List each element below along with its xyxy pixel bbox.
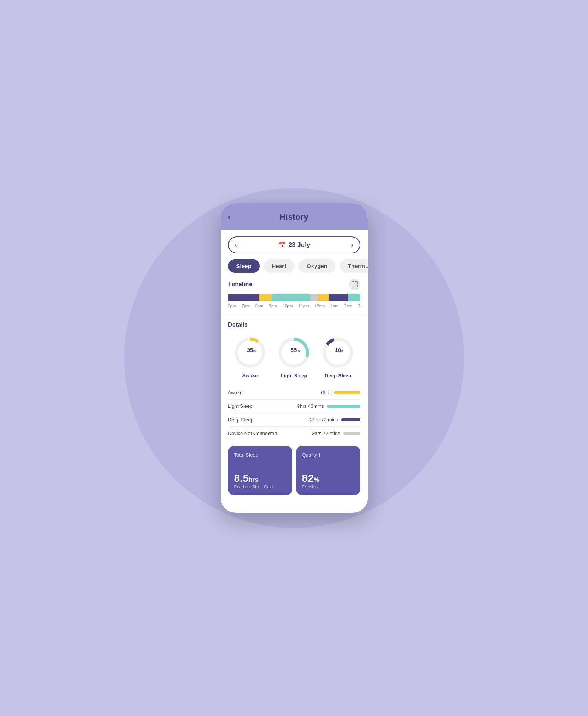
- calendar-icon: 📅: [278, 241, 286, 248]
- total-sleep-title: Total Sleep: [234, 452, 286, 458]
- stats-bar-awake: [334, 391, 360, 394]
- stats-row-deep: Deep Sleep 2hrs 72 mins: [228, 413, 360, 427]
- stats-bar-light: [327, 405, 360, 408]
- timeline-segment-3: [272, 294, 310, 301]
- timeline-segment-6: [329, 294, 347, 301]
- body-content: ‹ 📅 23 July › Sleep Heart Oxygen Therm… …: [221, 236, 368, 503]
- expand-button[interactable]: [349, 279, 360, 290]
- timeline-segment-2: [259, 294, 272, 301]
- back-button[interactable]: ‹: [228, 212, 231, 222]
- date-label: 23 July: [289, 241, 310, 249]
- timeline-segment-7: [348, 294, 360, 301]
- donut-light-sleep-label: Light Sleep: [281, 373, 307, 378]
- svg-text:35: 35: [247, 347, 253, 353]
- svg-text:%: %: [297, 349, 300, 353]
- info-icon: ℹ: [319, 452, 321, 458]
- tab-heart[interactable]: Heart: [264, 259, 295, 273]
- donut-light-sleep: 55 % Light Sleep: [277, 336, 311, 378]
- timeline-segment-1: [228, 294, 259, 301]
- timeline-segment-4: [310, 294, 318, 301]
- timeline-bar: [228, 294, 360, 301]
- donut-deep-sleep-svg: 10 %: [321, 336, 355, 370]
- total-sleep-sub: Read our Sleep Guide: [234, 485, 286, 489]
- page-title: History: [280, 212, 309, 222]
- stats-row-awake: Awake 6hrs: [228, 386, 360, 400]
- donut-row: 35 % Awake 55 % Light Sleep: [228, 336, 360, 378]
- tab-sleep[interactable]: Sleep: [228, 259, 260, 273]
- tab-bar: Sleep Heart Oxygen Therm…: [221, 259, 368, 279]
- stats-row-disconnected: Device Not Connected 2hrs 72 mins: [228, 427, 360, 440]
- quality-card: Quality ℹ 82% Excellent: [296, 446, 360, 495]
- timeline-labels: 6pm 7pm 8pm 9pm 10pm 11pm 12am 1am 2am 3: [228, 304, 360, 308]
- quality-sub: Excellent: [302, 485, 354, 489]
- stats-row-light: Light Sleep 9hrs 43mins: [228, 400, 360, 413]
- donut-awake: 35 % Awake: [233, 336, 267, 378]
- timeline-section: Timeline 6pm 7pm 8pm 9pm: [221, 279, 368, 316]
- details-section: Details 35 % Awake: [221, 321, 368, 440]
- donut-awake-svg: 35 %: [233, 336, 267, 370]
- date-display: 📅 23 July: [237, 241, 351, 249]
- quality-value: 82%: [302, 472, 354, 485]
- stats-bar-deep: [341, 418, 360, 421]
- timeline-header: Timeline: [228, 279, 360, 290]
- date-navigator: ‹ 📅 23 July ›: [228, 236, 360, 253]
- details-title: Details: [228, 321, 360, 328]
- bottom-cards: Total Sleep 8.5hrs Read our Sleep Guide …: [221, 440, 368, 503]
- total-sleep-value: 8.5hrs: [234, 472, 286, 485]
- date-next-button[interactable]: ›: [351, 241, 353, 249]
- donut-deep-sleep-label: Deep Sleep: [325, 373, 351, 378]
- stats-bar-disconnected: [343, 432, 360, 435]
- svg-text:%: %: [340, 349, 343, 353]
- stats-rows: Awake 6hrs Light Sleep 9hrs 43mins Deep …: [228, 386, 360, 440]
- donut-deep-sleep: 10 % Deep Sleep: [321, 336, 355, 378]
- header: ‹ History: [221, 203, 368, 230]
- phone-frame: ‹ History ‹ 📅 23 July › Sleep Heart Oxyg…: [221, 203, 368, 513]
- svg-text:%: %: [253, 349, 256, 353]
- timeline-segment-5: [318, 294, 329, 301]
- tab-thermo[interactable]: Therm…: [340, 259, 368, 273]
- timeline-title: Timeline: [228, 281, 253, 288]
- svg-text:55: 55: [291, 347, 297, 353]
- tab-oxygen[interactable]: Oxygen: [298, 259, 336, 273]
- divider: [221, 316, 368, 316]
- donut-awake-label: Awake: [242, 373, 258, 378]
- donut-light-sleep-svg: 55 %: [277, 336, 311, 370]
- quality-title: Quality ℹ: [302, 452, 354, 458]
- total-sleep-card: Total Sleep 8.5hrs Read our Sleep Guide: [228, 446, 292, 495]
